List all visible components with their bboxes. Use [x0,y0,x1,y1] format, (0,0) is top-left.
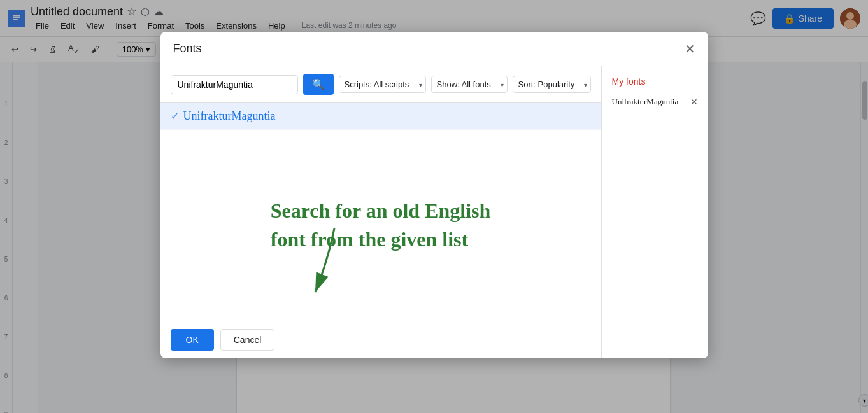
font-search-input[interactable] [171,75,298,94]
dialog-title: Fonts [173,42,202,55]
remove-font-button[interactable]: ✕ [690,97,698,107]
font-search-button[interactable]: 🔍 [303,74,334,95]
sort-filter[interactable]: Sort: Popularity [513,76,591,93]
font-list: ✓ UnifrakturMaguntia [160,103,601,130]
dialog-bottom: OK Cancel [160,321,601,358]
dialog-header: Fonts ✕ [160,32,708,66]
my-fonts-title: My fonts [612,76,698,87]
dialog-left-panel: 🔍 Scripts: All scripts Show: All fonts [160,66,602,358]
dialog-right-panel: My fonts UnifrakturMaguntia ✕ [602,66,708,358]
annotation-area: Search for an old English font from the … [160,130,601,321]
search-bar: 🔍 Scripts: All scripts Show: All fonts [160,66,601,103]
annotation-arrow [296,228,373,305]
scripts-filter-wrapper: Scripts: All scripts [339,76,426,93]
ok-button[interactable]: OK [171,329,214,351]
my-font-name: UnifrakturMaguntia [612,97,679,107]
modal-overlay: Fonts ✕ 🔍 Scripts: All scripts [0,0,868,413]
checkmark-icon: ✓ [171,110,183,122]
dialog-body: 🔍 Scripts: All scripts Show: All fonts [160,66,708,358]
cancel-button[interactable]: Cancel [220,329,275,351]
sort-filter-wrapper: Sort: Popularity [513,76,591,93]
my-font-item: UnifrakturMaguntia ✕ [612,94,698,109]
dialog-close-button[interactable]: ✕ [685,43,695,55]
fonts-dialog: Fonts ✕ 🔍 Scripts: All scripts [160,32,708,358]
search-icon: 🔍 [312,79,325,90]
show-filter[interactable]: Show: All fonts [431,76,508,93]
scripts-filter[interactable]: Scripts: All scripts [339,76,426,93]
font-name-display: UnifrakturMaguntia [183,109,276,123]
font-list-item[interactable]: ✓ UnifrakturMaguntia [160,103,601,130]
show-filter-wrapper: Show: All fonts [431,76,508,93]
